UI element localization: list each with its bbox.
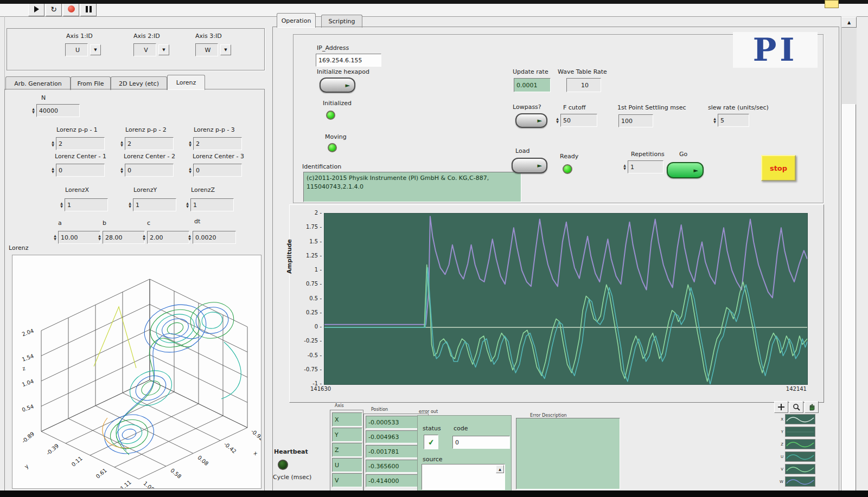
n-input[interactable]: 40000 (36, 104, 80, 117)
c-input[interactable]: 2.00 (147, 231, 189, 244)
axis1-dropdown-button[interactable]: ▼ (90, 44, 101, 55)
b-input[interactable]: 28.00 (103, 231, 145, 244)
axis2-ring[interactable]: V (133, 43, 156, 56)
error-status-indicator: ✔ (424, 435, 438, 449)
pp1-spinner[interactable]: ▲▼ (50, 137, 56, 150)
lorenz-attractor-curves (94, 297, 241, 459)
tab-lorenz[interactable]: Lorenz (167, 75, 205, 90)
ip-address-label: IP_Address (317, 44, 349, 51)
chart-y-tick: 1.25 - (290, 253, 322, 259)
center2-spinner[interactable]: ▲▼ (119, 164, 125, 177)
run-icon (34, 6, 39, 12)
pp1-input[interactable]: 2 (56, 137, 105, 150)
axis2-value: V (144, 47, 148, 54)
pause-button[interactable] (80, 2, 97, 16)
scrollbar-thumb[interactable] (842, 104, 856, 491)
repetitions-input[interactable]: 1 (628, 160, 663, 173)
wave-table-rate-indicator: 10 (566, 78, 601, 92)
pp2-input[interactable]: 2 (125, 137, 174, 150)
lorenz-plot-tick: 0.11 (71, 455, 84, 468)
legend-thumb-v[interactable] (785, 464, 815, 474)
run-button[interactable] (28, 2, 44, 16)
lorenz-plot-tick: 1.11 (119, 479, 132, 488)
tab-arb-generation[interactable]: Arb. Generation (5, 76, 71, 90)
error-description-label: Error Description (530, 413, 567, 418)
load-label: Load (515, 147, 529, 154)
tab-2d-levy[interactable]: 2D Levy (etc) (111, 76, 167, 90)
axis2-dropdown-button[interactable]: ▼ (158, 44, 169, 55)
legend-thumb-x[interactable] (785, 414, 815, 424)
repetitions-spinner[interactable]: ▲▼ (622, 160, 628, 173)
center2-input[interactable]: 0 (125, 164, 174, 177)
lowpass-toggle[interactable]: ► (515, 113, 547, 128)
legend-thumb-w[interactable] (785, 476, 815, 487)
cursor-crosshair-icon[interactable] (774, 401, 788, 413)
lorenzz-spinner[interactable]: ▲▼ (184, 198, 190, 211)
legend-thumb-z[interactable] (785, 439, 815, 449)
center1-spinner[interactable]: ▲▼ (50, 164, 56, 177)
chart-y-tick: -0.75 - (290, 366, 322, 373)
abort-button[interactable] (63, 2, 79, 16)
go-button[interactable]: ► (667, 162, 704, 178)
tab-operation[interactable]: Operation (277, 13, 316, 28)
axis3-ring[interactable]: W (195, 43, 218, 56)
lorenzx-spinner[interactable]: ▲▼ (59, 198, 65, 211)
b-spinner[interactable]: ▲▼ (97, 231, 103, 244)
scroll-up-icon[interactable]: ▲ (496, 465, 504, 473)
lorenzz-input[interactable]: 1 (190, 198, 234, 211)
n-spinner[interactable]: ▲▼ (30, 104, 36, 117)
legend-thumb-u[interactable] (785, 451, 815, 462)
legend-wave-icon (787, 480, 814, 485)
legend-wave-icon (787, 467, 814, 472)
axis1-ring[interactable]: U (65, 43, 88, 56)
dt-spinner[interactable]: ▲▼ (187, 231, 193, 244)
f-cutoff-spinner[interactable]: ▲▼ (554, 114, 560, 127)
moving-led (328, 143, 337, 152)
chevron-down-icon: ▼ (94, 48, 97, 52)
update-rate-indicator: 0.0001 (514, 78, 551, 92)
lorenz-3d-plot: 0.541.041.542.04-0.89-0.390.110.611.11-0… (12, 255, 261, 489)
a-input[interactable]: 10.00 (58, 231, 100, 244)
initialize-hexapod-button[interactable]: ► (320, 78, 355, 93)
chart-x-start: 141630 (310, 386, 331, 392)
chart-y-tick: -0.5 - (290, 352, 322, 359)
f-cutoff-input[interactable]: 50 (560, 114, 597, 127)
lorenzy-input[interactable]: 1 (133, 198, 176, 211)
dt-label: dt (194, 218, 200, 225)
update-rate-label: Update rate (513, 68, 548, 75)
continuous-run-button[interactable]: ↻ (46, 2, 62, 16)
zoom-magnifier-icon[interactable] (789, 401, 803, 413)
c-spinner[interactable]: ▲▼ (141, 231, 147, 244)
stop-button[interactable]: stop (761, 155, 796, 181)
error-code-indicator: 0 (452, 436, 510, 449)
axis3-value: W (205, 47, 211, 54)
center3-input[interactable]: 0 (193, 164, 242, 177)
plot-legend: X Y Z U V W (776, 414, 815, 489)
pp2-spinner[interactable]: ▲▼ (119, 137, 125, 150)
tab-from-file[interactable]: From File (71, 76, 111, 90)
pan-hand-icon[interactable] (805, 401, 819, 413)
lorenz-plot-tick: 0.08 (196, 454, 209, 467)
pp3-input[interactable]: 2 (193, 137, 242, 150)
tab-scripting[interactable]: Scripting (321, 15, 362, 28)
button-arrow-icon: ► (538, 117, 542, 124)
ip-address-field[interactable]: 169.254.6.155 (316, 54, 381, 67)
scrollbar-up-button[interactable]: ▲ (841, 17, 857, 28)
slew-rate-spinner[interactable]: ▲▼ (712, 114, 718, 127)
cycle-label: Cycle (msec) (273, 474, 311, 481)
abort-icon (68, 5, 75, 12)
dt-input[interactable]: 0.0020 (193, 231, 236, 244)
identification-label: Identification (302, 163, 341, 170)
a-spinner[interactable]: ▲▼ (52, 231, 58, 244)
slew-rate-input[interactable]: 5 (718, 114, 749, 127)
lorenzx-input[interactable]: 1 (65, 198, 108, 211)
pp3-spinner[interactable]: ▲▼ (187, 137, 193, 150)
center1-input[interactable]: 0 (56, 164, 105, 177)
load-button[interactable]: ► (512, 158, 547, 173)
legend-thumb-y[interactable] (785, 427, 815, 437)
axis3-dropdown-button[interactable]: ▼ (220, 44, 231, 55)
center3-spinner[interactable]: ▲▼ (187, 164, 193, 177)
window-bottom-edge (0, 490, 868, 497)
lorenzy-spinner[interactable]: ▲▼ (127, 198, 133, 211)
wave-table-rate-label: Wave Table Rate (558, 68, 607, 75)
